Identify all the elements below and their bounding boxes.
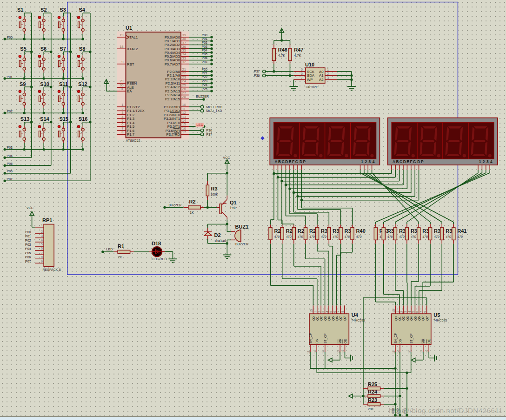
svg-text:470: 470 — [345, 235, 350, 238]
svg-text:SH_CP: SH_CP — [309, 333, 313, 343]
svg-text:R3: R3 — [211, 186, 218, 191]
svg-text:4: 4 — [408, 311, 411, 313]
svg-text:S14: S14 — [40, 116, 49, 122]
svg-text:P37: P37 — [254, 70, 260, 73]
svg-text:LED: LED — [197, 123, 204, 127]
svg-text:P21: P21 — [202, 72, 208, 75]
svg-text:BUZZER: BUZZER — [168, 203, 181, 207]
svg-text:U1: U1 — [126, 25, 132, 31]
svg-text:Q7: Q7 — [421, 316, 425, 321]
svg-text:32: 32 — [182, 60, 186, 64]
svg-text:Q1: Q1 — [316, 316, 320, 321]
svg-text:20K: 20K — [368, 407, 374, 411]
svg-text:P03: P03 — [202, 45, 208, 48]
svg-text:Q6: Q6 — [418, 316, 421, 321]
svg-text:470: 470 — [321, 235, 326, 238]
svg-text:XTAL2: XTAL2 — [127, 47, 138, 51]
svg-text:470: 470 — [411, 235, 416, 238]
svg-text:MR: MR — [339, 339, 342, 344]
svg-text:S12: S12 — [78, 81, 87, 87]
svg-text:MCU_RXD: MCU_RXD — [206, 105, 223, 109]
svg-text:P1.7: P1.7 — [127, 132, 134, 137]
svg-text:2K: 2K — [118, 256, 122, 259]
svg-text:P20: P20 — [392, 408, 395, 413]
svg-text:100K: 100K — [211, 193, 219, 196]
svg-text:P06: P06 — [202, 56, 208, 59]
svg-text:S2: S2 — [40, 7, 47, 13]
svg-text:Q7: Q7 — [339, 316, 343, 321]
svg-text:P37: P37 — [206, 133, 213, 136]
svg-text:14: 14 — [397, 350, 400, 354]
svg-text:S10: S10 — [40, 81, 49, 87]
svg-text:15: 15 — [392, 309, 395, 313]
svg-text:470: 470 — [457, 235, 463, 238]
svg-text:OE: OE — [427, 339, 431, 343]
svg-text:6: 6 — [301, 67, 303, 72]
svg-text:17: 17 — [182, 130, 186, 134]
svg-text:5: 5 — [412, 311, 415, 313]
svg-text:P00: P00 — [25, 230, 31, 234]
svg-text:DP: DP — [300, 159, 306, 164]
svg-text:28: 28 — [182, 95, 186, 99]
svg-text:P21: P21 — [403, 408, 406, 413]
svg-text:Q1: Q1 — [230, 200, 237, 205]
svg-text:P2.7/A15: P2.7/A15 — [165, 97, 180, 101]
svg-text:R1: R1 — [118, 243, 124, 249]
svg-text:R2: R2 — [189, 199, 196, 204]
svg-text:P0.7/AD7: P0.7/AD7 — [165, 62, 180, 66]
svg-text:U4: U4 — [352, 312, 359, 318]
svg-text:P01: P01 — [7, 75, 13, 79]
svg-text:S1: S1 — [17, 7, 23, 13]
svg-text:VCC: VCC — [223, 156, 230, 159]
svg-text:S15: S15 — [59, 116, 68, 122]
svg-text:P22: P22 — [202, 75, 208, 79]
svg-text:P3.7/RD: P3.7/RD — [166, 132, 180, 137]
svg-text:DS: DS — [399, 339, 402, 344]
svg-text:ST_CP: ST_CP — [410, 333, 413, 343]
svg-text:6: 6 — [415, 311, 419, 313]
svg-text:74HC595: 74HC595 — [433, 319, 447, 322]
svg-text:P03: P03 — [25, 243, 31, 246]
svg-text:P06: P06 — [25, 256, 31, 259]
svg-text:P05: P05 — [25, 251, 31, 255]
svg-text:P00: P00 — [7, 36, 13, 39]
svg-text:10: 10 — [337, 350, 340, 354]
svg-text:11: 11 — [392, 350, 395, 354]
svg-text:1: 1 — [396, 311, 399, 313]
svg-text:MR: MR — [422, 339, 425, 344]
svg-text:S4: S4 — [79, 7, 85, 13]
svg-text:2: 2 — [400, 311, 403, 313]
svg-text:ST_CP: ST_CP — [324, 333, 327, 343]
svg-text:P02: P02 — [7, 110, 13, 113]
svg-text:Q3: Q3 — [324, 316, 327, 321]
svg-text:1N4148: 1N4148 — [214, 239, 226, 243]
svg-text:470: 470 — [298, 235, 303, 238]
svg-text:5: 5 — [301, 72, 303, 76]
svg-text:P01: P01 — [202, 37, 208, 40]
svg-text:Q2: Q2 — [320, 316, 323, 321]
svg-text:1: 1 — [313, 311, 317, 313]
svg-text:AT89C52: AT89C52 — [126, 138, 140, 143]
svg-text:P07: P07 — [25, 260, 31, 263]
svg-text:1: 1 — [327, 67, 329, 72]
svg-text:PNP: PNP — [230, 206, 237, 210]
svg-text:S16: S16 — [79, 116, 88, 122]
svg-text:S5: S5 — [20, 46, 26, 52]
svg-text:7: 7 — [301, 76, 303, 80]
svg-text:P03: P03 — [7, 146, 13, 149]
svg-text:Q0: Q0 — [312, 316, 316, 321]
svg-text:PSEN: PSEN — [127, 81, 137, 85]
svg-text:D2: D2 — [214, 232, 221, 238]
svg-text:4: 4 — [41, 238, 43, 242]
svg-text:Q5: Q5 — [332, 316, 335, 321]
svg-text:12: 12 — [407, 350, 411, 354]
svg-text:SCK: SCK — [307, 70, 315, 74]
svg-text:ABCDEFG: ABCDEFG — [275, 159, 299, 164]
svg-text:3: 3 — [327, 76, 329, 80]
svg-text:470: 470 — [286, 235, 292, 238]
svg-text:R25: R25 — [368, 381, 377, 387]
svg-text:RST: RST — [127, 62, 134, 66]
svg-text:Q1: Q1 — [398, 316, 402, 321]
svg-text:P36: P36 — [206, 129, 213, 132]
svg-text:LED: LED — [107, 248, 113, 251]
